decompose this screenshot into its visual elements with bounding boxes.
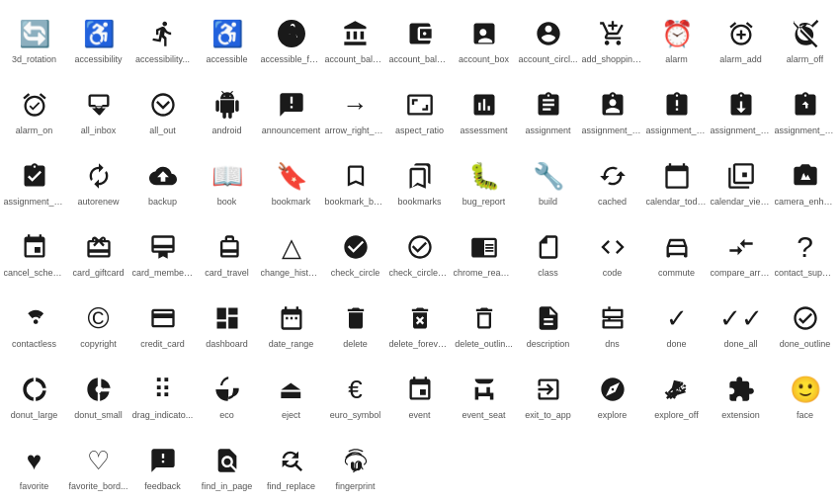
icon-cell-bookmarks[interactable]: bookmarks — [387, 146, 452, 217]
assignment-icon — [535, 87, 562, 123]
icon-cell-alarm_on[interactable]: alarm_on — [2, 75, 66, 146]
icon-cell-extension[interactable]: extension — [709, 360, 773, 431]
camera_enhanc...-icon — [792, 158, 819, 194]
icon-cell-find_in_page[interactable]: find_in_page — [195, 431, 259, 502]
icon-cell-assignment_re___[interactable]: assignment_re... — [709, 75, 773, 146]
icon-cell-done[interactable]: ✓done — [644, 289, 709, 360]
icon-cell-assignment_re___[interactable]: assignment_re... — [773, 75, 837, 146]
icon-cell-all_out[interactable]: all_out — [130, 75, 195, 146]
icon-cell-done_all[interactable]: ✓✓done_all — [709, 289, 773, 360]
icon-cell-aspect_ratio[interactable]: aspect_ratio — [387, 75, 452, 146]
icon-label: compare_arrow... — [711, 268, 772, 279]
icon-cell-eco[interactable]: eco — [195, 360, 259, 431]
icon-cell-delete_outlin___[interactable]: delete_outlin... — [452, 289, 516, 360]
icon-cell-accessible[interactable]: ♿accessible — [195, 4, 259, 75]
icon-label: arrow_right_a... — [325, 126, 386, 136]
build-icon: 🔧 — [533, 158, 564, 194]
account_balan...-icon — [406, 16, 434, 51]
icon-cell-copyright[interactable]: ©copyright — [66, 289, 130, 360]
icon-cell-change_histor___[interactable]: △change_histor... — [259, 217, 323, 289]
icon-cell-cancel_schedu___[interactable]: cancel_schedu... — [2, 217, 66, 289]
eject-icon: ⏏ — [279, 372, 303, 407]
icon-cell-account_balan___[interactable]: account_balan... — [387, 4, 452, 75]
icon-cell-contact_suppo___[interactable]: ?contact_suppo... — [773, 217, 837, 289]
icon-cell-feedback[interactable]: feedback — [130, 431, 195, 502]
icon-cell-donut_large[interactable]: donut_large — [2, 360, 66, 431]
icon-cell-exit_to_app[interactable]: exit_to_app — [516, 360, 580, 431]
icon-cell-donut_small[interactable]: donut_small — [66, 360, 130, 431]
3d_rotation-icon: 🔄 — [19, 16, 50, 51]
icon-cell-date_range[interactable]: date_range — [259, 289, 323, 360]
icon-label: card_membersh... — [132, 268, 194, 279]
icon-cell-calendar_view___[interactable]: calendar_view... — [709, 146, 773, 217]
icon-cell-assignment[interactable]: assignment — [516, 75, 580, 146]
icon-cell-accessibility___[interactable]: accessibility... — [130, 4, 195, 75]
icon-cell-description[interactable]: description — [516, 289, 580, 360]
icon-label: dashboard — [206, 339, 248, 350]
icon-cell-account_circl___[interactable]: account_circl... — [516, 4, 580, 75]
icon-cell-event[interactable]: event — [387, 360, 452, 431]
icon-cell-accessible_fo___[interactable]: accessible_fo... — [259, 4, 323, 75]
icon-cell-dashboard[interactable]: dashboard — [195, 289, 259, 360]
icon-cell-build[interactable]: 🔧build — [516, 146, 580, 217]
compare_arrow...-icon — [727, 229, 755, 265]
icon-cell-find_replace[interactable]: find_replace — [259, 431, 323, 502]
icon-cell-check_circle[interactable]: check_circle — [323, 217, 387, 289]
icon-cell-chrome_reader___[interactable]: chrome_reader... — [452, 217, 516, 289]
icon-cell-card_giftcard[interactable]: card_giftcard — [66, 217, 130, 289]
icon-cell-autorenew[interactable]: autorenew — [66, 146, 130, 217]
icon-cell-credit_card[interactable]: credit_card — [130, 289, 195, 360]
icon-cell-fingerprint[interactable]: fingerprint — [323, 431, 387, 502]
icon-cell-assignment_la___[interactable]: assignment_la... — [644, 75, 709, 146]
icon-cell-bookmark_bord___[interactable]: bookmark_bord... — [323, 146, 387, 217]
icon-cell-drag_indicato___[interactable]: ⠿drag_indicato... — [130, 360, 195, 431]
icon-cell-event_seat[interactable]: event_seat — [452, 360, 516, 431]
icon-cell-announcement[interactable]: announcement — [259, 75, 323, 146]
icon-cell-commute[interactable]: commute — [644, 217, 709, 289]
find_replace-icon — [278, 443, 305, 478]
icon-cell-all_inbox[interactable]: all_inbox — [66, 75, 130, 146]
icon-cell-done_outline[interactable]: done_outline — [773, 289, 837, 360]
done-icon: ✓ — [666, 300, 688, 336]
icon-cell-arrow_right_a___[interactable]: →arrow_right_a... — [323, 75, 387, 146]
icon-cell-explore_off[interactable]: explore_off — [644, 360, 709, 431]
icon-cell-explore[interactable]: explore — [580, 360, 644, 431]
icon-cell-android[interactable]: android — [195, 75, 259, 146]
icon-cell-assessment[interactable]: assessment — [452, 75, 516, 146]
icon-cell-3d_rotation[interactable]: 🔄3d_rotation — [2, 4, 66, 75]
icon-cell-card_membersh___[interactable]: card_membersh... — [130, 217, 195, 289]
icon-cell-delete[interactable]: delete — [323, 289, 387, 360]
icon-cell-add_shopping___[interactable]: add_shopping... — [580, 4, 644, 75]
icon-cell-euro_symbol[interactable]: €euro_symbol — [323, 360, 387, 431]
icon-cell-face[interactable]: 🙂face — [773, 360, 837, 431]
icon-cell-assignment_in___[interactable]: assignment_in... — [580, 75, 644, 146]
icon-cell-check_circle____[interactable]: check_circle_... — [387, 217, 452, 289]
icon-cell-book[interactable]: 📖book — [195, 146, 259, 217]
icon-cell-backup[interactable]: backup — [130, 146, 195, 217]
icon-cell-bug_report[interactable]: 🐛bug_report — [452, 146, 516, 217]
icon-cell-delete_foreve___[interactable]: delete_foreve... — [387, 289, 452, 360]
icon-cell-card_travel[interactable]: card_travel — [195, 217, 259, 289]
icon-cell-class[interactable]: class — [516, 217, 580, 289]
icon-label: done_outline — [780, 339, 831, 350]
icon-cell-alarm_off[interactable]: alarm_off — [773, 4, 837, 75]
icon-cell-dns[interactable]: dns — [580, 289, 644, 360]
icon-cell-compare_arrow___[interactable]: compare_arrow... — [709, 217, 773, 289]
icon-cell-contactless[interactable]: contactless — [2, 289, 66, 360]
icon-cell-assignment_tu___[interactable]: assignment_tu... — [2, 146, 66, 217]
icon-cell-alarm[interactable]: ⏰alarm — [644, 4, 709, 75]
icon-cell-code[interactable]: code — [580, 217, 644, 289]
icon-cell-eject[interactable]: ⏏eject — [259, 360, 323, 431]
icon-label: accessible — [206, 54, 247, 65]
icon-cell-cached[interactable]: cached — [580, 146, 644, 217]
icon-cell-account_box[interactable]: account_box — [452, 4, 516, 75]
icon-cell-alarm_add[interactable]: alarm_add — [709, 4, 773, 75]
icon-cell-favorite_bord___[interactable]: ♡favorite_bord... — [66, 431, 130, 502]
icon-cell-account_balan___[interactable]: account_balan... — [323, 4, 387, 75]
icon-cell-favorite[interactable]: ♥favorite — [2, 431, 66, 502]
icon-cell-calendar_toda___[interactable]: calendar_toda... — [644, 146, 709, 217]
icon-cell-bookmark[interactable]: 🔖bookmark — [259, 146, 323, 217]
icon-cell-camera_enhanc___[interactable]: camera_enhanc... — [773, 146, 837, 217]
book-icon: 📖 — [211, 158, 243, 194]
icon-cell-accessibility[interactable]: ♿accessibility — [66, 4, 130, 75]
